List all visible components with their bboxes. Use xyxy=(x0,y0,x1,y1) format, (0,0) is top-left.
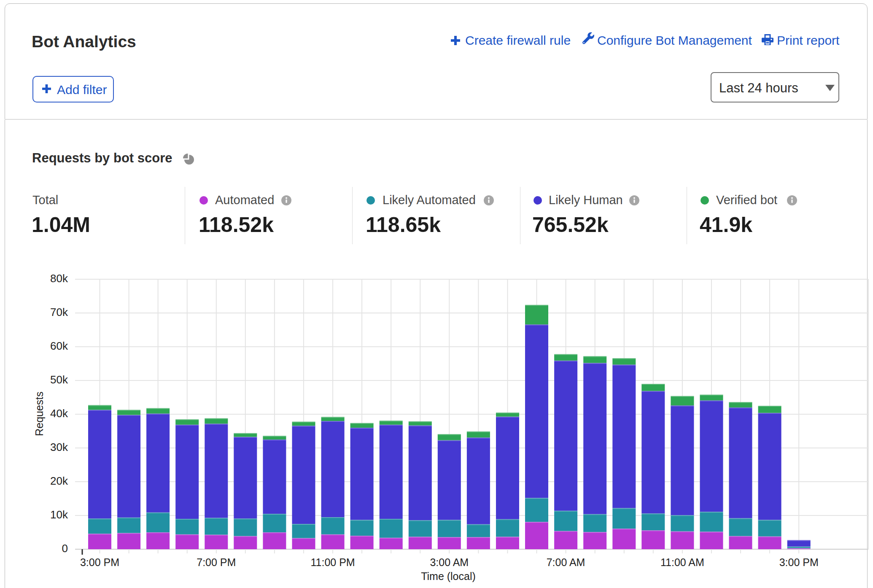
svg-text:50k: 50k xyxy=(50,373,68,386)
svg-text:3:00 PM: 3:00 PM xyxy=(80,556,119,568)
svg-text:7:00 PM: 7:00 PM xyxy=(197,556,236,568)
svg-text:0: 0 xyxy=(62,542,68,555)
svg-text:30k: 30k xyxy=(50,441,68,453)
svg-text:Requests: Requests xyxy=(33,391,45,436)
svg-text:10k: 10k xyxy=(50,508,68,521)
svg-text:11:00 PM: 11:00 PM xyxy=(311,556,355,568)
svg-text:3:00 AM: 3:00 AM xyxy=(430,556,469,568)
svg-text:7:00 AM: 7:00 AM xyxy=(547,556,585,568)
svg-text:20k: 20k xyxy=(50,475,68,487)
svg-text:Time (local): Time (local) xyxy=(421,570,476,582)
svg-text:70k: 70k xyxy=(50,306,68,318)
svg-text:60k: 60k xyxy=(50,340,68,352)
svg-text:40k: 40k xyxy=(50,407,68,420)
svg-text:3:00 PM: 3:00 PM xyxy=(779,556,819,568)
svg-text:11:00 AM: 11:00 AM xyxy=(660,556,704,568)
svg-text:80k: 80k xyxy=(50,272,68,285)
